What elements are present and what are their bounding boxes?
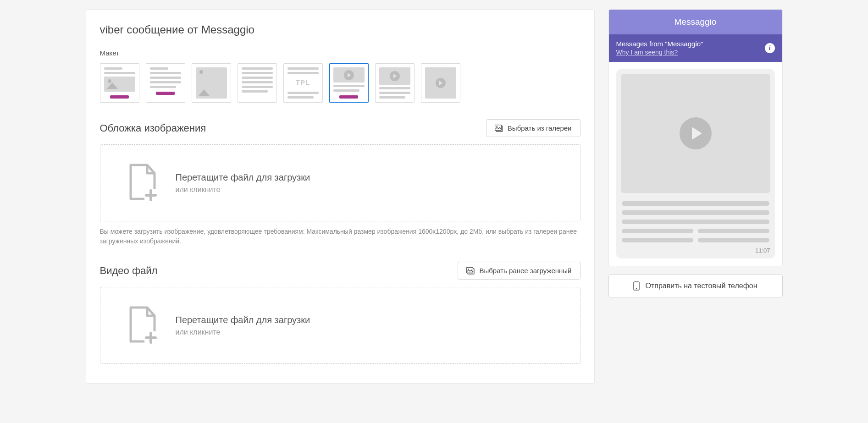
layout-option-text[interactable] <box>238 63 277 103</box>
dropzone-sub-text: или кликните <box>176 328 310 336</box>
layout-option-video-text[interactable] <box>375 63 415 103</box>
file-add-icon <box>126 163 160 203</box>
svg-point-9 <box>636 288 637 289</box>
video-dropzone[interactable]: Перетащите файл для загрузки или кликнит… <box>100 287 581 364</box>
layout-option-template[interactable]: TPL <box>283 63 323 103</box>
dropzone-main-text: Перетащите файл для загрузки <box>176 315 310 325</box>
uploaded-button-label: Выбрать ранее загруженный <box>479 267 571 275</box>
gallery-button-label: Выбрать из галереи <box>508 124 572 132</box>
play-icon <box>680 117 712 149</box>
preview-message-bubble: 11:07 <box>616 69 775 258</box>
preview-text-lines <box>621 199 770 243</box>
preview-timestamp: 11:07 <box>621 247 770 254</box>
template-label: TPL <box>284 78 322 86</box>
phone-icon <box>633 281 640 291</box>
svg-point-6 <box>468 269 470 270</box>
video-title: Видео файл <box>100 265 158 277</box>
cover-dropzone[interactable]: Перетащите файл для загрузки или кликнит… <box>100 144 581 221</box>
layout-option-image[interactable] <box>192 63 231 103</box>
choose-uploaded-button[interactable]: Выбрать ранее загруженный <box>458 262 580 280</box>
layout-option-text-button[interactable] <box>146 63 185 103</box>
dropzone-sub-text: или кликните <box>176 186 310 194</box>
dropzone-main-text: Перетащите файл для загрузки <box>176 172 310 183</box>
svg-rect-5 <box>467 267 473 273</box>
preview-brand: Messaggio <box>609 10 782 34</box>
gallery-icon <box>495 125 503 132</box>
page-title: viber сообщение от Messaggio <box>100 23 581 36</box>
layout-label: Макет <box>100 49 581 57</box>
gallery-icon <box>466 267 475 275</box>
video-section-header: Видео файл Выбрать ранее загруженный <box>100 262 581 280</box>
preview-video-placeholder <box>621 74 770 193</box>
send-test-button[interactable]: Отправить на тестовый телефон <box>608 275 783 297</box>
main-panel: viber сообщение от Messaggio Макет <box>86 9 595 384</box>
choose-from-gallery-button[interactable]: Выбрать из галереи <box>486 119 581 137</box>
cover-section-header: Обложка изображения Выбрать из галереи <box>100 119 581 137</box>
layout-option-video[interactable] <box>421 63 460 103</box>
preview-subheader: Messages from "Messaggio" Why I am seeng… <box>609 34 782 62</box>
file-add-icon <box>126 306 160 345</box>
send-test-label: Отправить на тестовый телефон <box>645 282 757 290</box>
layout-options: TPL <box>100 63 581 103</box>
cover-title: Обложка изображения <box>100 122 206 134</box>
layout-option-video-text-button[interactable] <box>329 63 369 103</box>
cover-hint: Вы можете загрузить изображение, удовлет… <box>100 227 581 246</box>
layout-option-image-text-button[interactable] <box>100 63 139 103</box>
preview-panel: Messaggio Messages from "Messaggio" Why … <box>608 9 783 384</box>
svg-point-2 <box>496 126 498 127</box>
why-seeing-link[interactable]: Why I am seeng this? <box>616 49 678 56</box>
info-icon[interactable]: i <box>765 43 775 53</box>
messages-from-label: Messages from "Messaggio" <box>616 40 703 48</box>
svg-rect-1 <box>495 125 501 130</box>
